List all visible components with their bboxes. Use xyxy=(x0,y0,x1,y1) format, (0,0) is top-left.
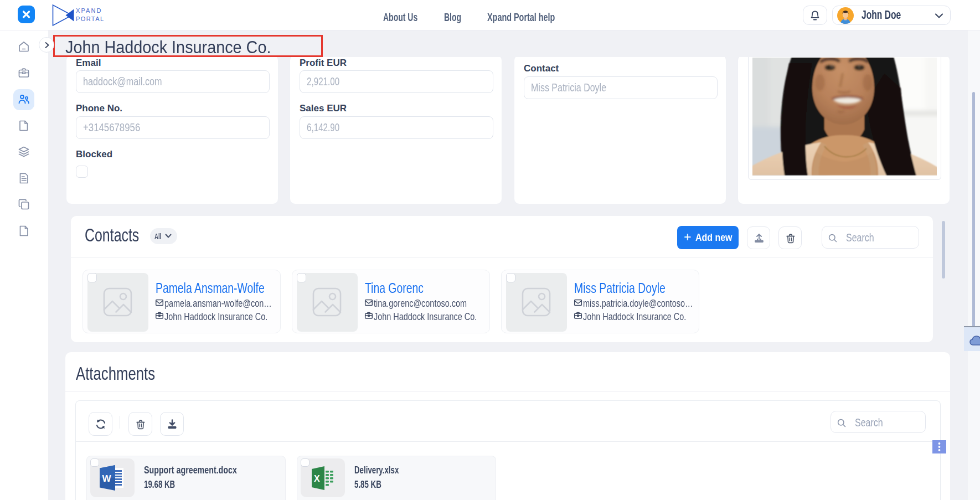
svg-text:PORTAL: PORTAL xyxy=(76,16,104,22)
svg-text:X: X xyxy=(314,474,320,483)
svg-text:XPAND: XPAND xyxy=(76,7,102,14)
svg-text:W: W xyxy=(102,473,112,484)
